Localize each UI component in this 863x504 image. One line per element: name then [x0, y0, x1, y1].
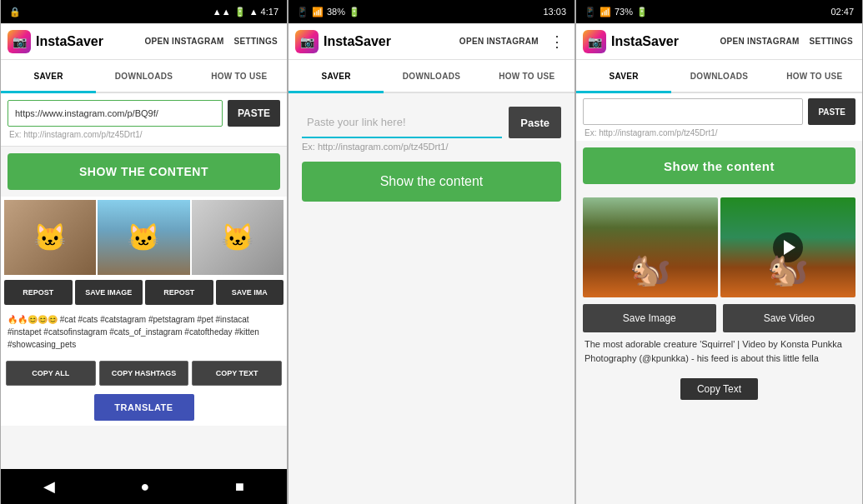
header-actions-3: OPEN INSTAGRAM SETTINGS	[717, 35, 855, 47]
content-2: Paste Ex: http://instagram.com/p/tz45Drt…	[289, 93, 574, 504]
save-btns-row-3: Save Image Save Video	[576, 304, 862, 332]
tab-howtouse-1[interactable]: HOW TO USE	[192, 60, 287, 92]
time-3: 02:47	[830, 7, 854, 17]
cat-icon-left: 🐱	[33, 222, 67, 253]
app-header-2: 📷 InstaSaver OPEN INSTAGRAM ⋮	[289, 23, 574, 60]
copy-hashtags-btn-1[interactable]: COPY HASHTAGS	[99, 361, 189, 386]
status-left-2: 📱 📶 38% 🔋	[297, 7, 360, 17]
tab-downloads-3[interactable]: DOWNLOADS	[671, 60, 766, 92]
squirrel-img-1: 🐿️	[583, 197, 718, 297]
content-1: PASTE Ex: http://instagram.com/p/tz45Drt…	[1, 93, 287, 469]
battery-icon-3: 🔋	[636, 7, 648, 17]
status-bar-1: 🔒 ▲▲ 🔋 ▲ 4:17	[1, 0, 287, 23]
status-left-1: 🔒	[9, 7, 21, 17]
app-logo-1: 📷 InstaSaver	[8, 30, 103, 53]
status-right-1: ▲▲ 🔋 ▲ 4:17	[213, 7, 278, 17]
repost-btn-1a[interactable]: REPOST	[4, 280, 73, 305]
url-input-2[interactable]	[302, 107, 502, 138]
status-left-3: 📱 📶 73% 🔋	[585, 7, 648, 17]
status-bar-3: 📱 📶 73% 🔋 02:47	[576, 0, 862, 23]
bottom-btns-row-1: COPY ALL COPY HASHTAGS COPY TEXT	[1, 356, 287, 391]
cat-icon-right: 🐱	[221, 222, 254, 253]
paste-btn-2[interactable]: Paste	[509, 107, 561, 138]
open-instagram-btn-3[interactable]: OPEN INSTAGRAM	[717, 35, 801, 47]
repost-btn-1b[interactable]: REPOST	[145, 280, 213, 305]
settings-btn-3[interactable]: SETTINGS	[807, 35, 855, 47]
recent-nav-btn-1[interactable]: ■	[227, 475, 253, 499]
tab-saver-3[interactable]: SAVER	[576, 60, 671, 92]
tab-howtouse-2[interactable]: HOW TO USE	[479, 60, 574, 92]
tab-howtouse-3[interactable]: HOW TO USE	[767, 60, 862, 92]
app-header-3: 📷 InstaSaver OPEN INSTAGRAM SETTINGS	[576, 23, 862, 60]
tabs-1: SAVER DOWNLOADS HOW TO USE	[1, 60, 287, 93]
open-instagram-btn-2[interactable]: OPEN INSTAGRAM	[457, 35, 541, 47]
squirrel-img-2: 🐿️	[720, 197, 855, 297]
wifi-icon-3: 📶	[600, 7, 611, 17]
phone2-url-row: Paste	[302, 107, 561, 138]
home-nav-btn-1[interactable]: ●	[133, 475, 158, 499]
copy-text-btn-3[interactable]: Copy Text	[680, 378, 758, 400]
battery-icon-2: 🔋	[349, 7, 360, 17]
save-image-btn-1[interactable]: SAVE IMAGE	[75, 280, 143, 305]
bottom-nav-1: ◀ ● ■	[1, 469, 287, 504]
app-title-1: InstaSaver	[36, 34, 103, 49]
cat-icon-center: 🐱	[127, 222, 160, 253]
phone2-content: Paste Ex: http://instagram.com/p/tz45Drt…	[289, 93, 574, 215]
url-hint-3: Ex: http://instagram.com/p/tz45Drt1/	[583, 128, 855, 137]
open-instagram-btn-1[interactable]: OPEN INSTAGRAM	[142, 35, 226, 47]
wifi-icon-2: 📶	[312, 7, 324, 17]
copy-text-container-3: Copy Text	[576, 370, 862, 408]
save-image-btn-3[interactable]: Save Image	[583, 304, 716, 332]
tab-downloads-2[interactable]: DOWNLOADS	[384, 60, 479, 92]
settings-btn-1[interactable]: SETTINGS	[232, 35, 280, 47]
status-right-2: 13:03	[543, 7, 566, 17]
show-content-btn-2[interactable]: Show the content	[302, 162, 561, 202]
phone-2: 📱 📶 38% 🔋 13:03 📷 InstaSaver OPEN INSTAG…	[288, 0, 575, 504]
squirrel-icon-1: 🐿️	[630, 250, 671, 289]
time-2: 13:03	[543, 7, 566, 17]
app-logo-icon-2: 📷	[295, 30, 319, 53]
save-image-btn-1b[interactable]: SAVE IMA	[216, 280, 284, 305]
status-bar-2: 📱 📶 38% 🔋 13:03	[289, 0, 574, 23]
sim-icon-2: 📱	[297, 7, 309, 17]
back-nav-btn-1[interactable]: ◀	[35, 474, 63, 499]
hashtags-text-1: 🔥🔥😊😊😊 #cat #cats #catstagram #petstagram…	[8, 315, 259, 349]
app-logo-3: 📷 InstaSaver	[583, 30, 679, 53]
show-content-btn-3[interactable]: Show the content	[583, 147, 855, 184]
save-video-btn-3[interactable]: Save Video	[723, 304, 856, 332]
status-right-3: 02:47	[830, 7, 854, 17]
squirrel-icon-2: 🐿️	[767, 250, 809, 289]
translate-btn-1[interactable]: TRANSLATE	[94, 394, 194, 421]
phone3-url-section: PASTE Ex: http://instagram.com/p/tz45Drt…	[576, 93, 862, 141]
paste-btn-1[interactable]: PASTE	[228, 100, 280, 127]
tabs-2: SAVER DOWNLOADS HOW TO USE	[289, 60, 574, 93]
time-1: ▲ 4:17	[249, 7, 278, 17]
image-gallery-1: 🐱 🐱 🐱	[1, 197, 287, 277]
copy-all-btn-1[interactable]: COPY ALL	[6, 361, 96, 386]
translate-container-1: TRANSLATE	[1, 391, 287, 426]
tab-downloads-1[interactable]: DOWNLOADS	[96, 60, 191, 92]
three-dots-icon-2[interactable]: ⋮	[546, 32, 568, 51]
paste-btn-3[interactable]: PASTE	[808, 98, 855, 125]
lock-icon: 🔒	[9, 7, 21, 17]
header-actions-2: OPEN INSTAGRAM ⋮	[457, 32, 568, 51]
app-title-2: InstaSaver	[324, 34, 391, 49]
header-actions-1: OPEN INSTAGRAM SETTINGS	[142, 35, 280, 47]
signal-pct-2: 38%	[327, 7, 345, 17]
phone-3: 📱 📶 73% 🔋 02:47 📷 InstaSaver OPEN INSTAG…	[575, 0, 863, 504]
gallery-img-center-1: 🐱	[98, 200, 189, 275]
squirrel-gallery-3: 🐿️ 🐿️	[576, 191, 862, 304]
copy-text-btn-1[interactable]: COPY TEXT	[192, 361, 282, 386]
tabs-3: SAVER DOWNLOADS HOW TO USE	[576, 60, 862, 93]
signal-pct-3: 73%	[615, 7, 633, 17]
url-input-1[interactable]	[8, 100, 223, 127]
app-logo-icon-1: 📷	[8, 30, 31, 53]
url-input-3[interactable]	[583, 98, 803, 125]
url-hint-1: Ex: http://instagram.com/p/tz45Drt1/	[8, 130, 280, 139]
tab-saver-1[interactable]: SAVER	[1, 60, 96, 92]
battery-icon: 🔋	[234, 7, 246, 17]
hashtags-section-1: 🔥🔥😊😊😊 #cat #cats #catstagram #petstagram…	[1, 308, 287, 356]
tab-saver-2[interactable]: SAVER	[289, 60, 384, 92]
url-hint-2: Ex: http://instagram.com/p/tz45Drt1/	[302, 142, 561, 152]
show-content-btn-1[interactable]: SHOW THE CONTENT	[8, 153, 280, 190]
